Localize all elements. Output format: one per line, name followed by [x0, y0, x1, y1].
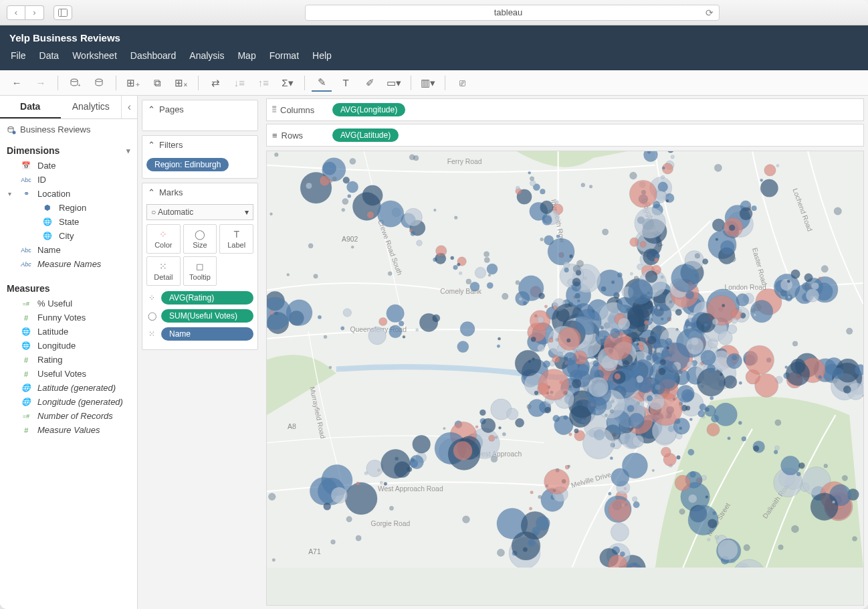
pages-card[interactable]: ⌃Pages: [142, 100, 258, 131]
browser-sidebar-toggle[interactable]: [53, 5, 72, 20]
browser-forward-button[interactable]: ›: [25, 5, 44, 20]
field-state[interactable]: 🌐State: [3, 215, 134, 229]
svg-point-1018: [669, 300, 673, 304]
reload-icon[interactable]: ⟳: [706, 7, 714, 18]
rows-pill[interactable]: AVG(Latitude): [332, 128, 399, 142]
svg-point-961: [457, 341, 469, 352]
totals-button[interactable]: Σ▾: [278, 74, 298, 92]
menu-format[interactable]: Format: [263, 48, 306, 64]
rows-shelf[interactable]: ≡Rows AVG(Latitude): [266, 124, 864, 147]
svg-point-974: [730, 256, 736, 262]
field-measure-names[interactable]: AbcMeasure Names: [3, 257, 134, 271]
redo-button[interactable]: →: [31, 74, 51, 92]
svg-point-1000: [502, 432, 506, 436]
duplicate-button[interactable]: ⧉: [147, 74, 167, 92]
marks-color-button[interactable]: ⁘Color: [146, 224, 181, 254]
clear-button[interactable]: ⊞ₓ: [171, 74, 191, 92]
svg-point-758: [832, 501, 835, 503]
menu-file[interactable]: File: [4, 48, 33, 64]
svg-point-573: [654, 240, 657, 243]
field-label: Measure Names: [37, 259, 101, 269]
expand-icon: ▾: [8, 190, 15, 197]
marks-size-button[interactable]: ◯Size: [183, 224, 217, 254]
field--useful[interactable]: =#% Useful: [3, 296, 134, 311]
mark-pill-sum-useful-votes-[interactable]: SUM(Useful Votes): [161, 309, 253, 323]
menu-analysis[interactable]: Analysis: [183, 48, 231, 64]
format-button[interactable]: ✐: [360, 74, 380, 92]
field-latitude-generated-[interactable]: 🌐Latitude (generated): [3, 381, 134, 395]
svg-point-715: [755, 373, 778, 397]
svg-point-650: [780, 278, 792, 290]
svg-point-622: [760, 179, 763, 181]
filters-card[interactable]: ⌃Filters Region: Edinburgh: [142, 135, 258, 179]
svg-point-611: [760, 179, 778, 197]
menu-dashboard[interactable]: Dashboard: [124, 48, 183, 64]
swap-button[interactable]: ⇄: [205, 74, 225, 92]
marks-label-button[interactable]: TLabel: [219, 224, 253, 254]
fit-button[interactable]: ▭▾: [384, 74, 404, 92]
sort-asc-button[interactable]: ↓≡: [229, 74, 249, 92]
field-useful-votes[interactable]: #Useful Votes: [3, 367, 134, 381]
field-longitude[interactable]: 🌐Longitude: [3, 339, 134, 353]
menu-help[interactable]: Help: [306, 48, 338, 64]
svg-point-787: [651, 375, 653, 378]
marks-tooltip-button[interactable]: ◻Tooltip: [183, 256, 217, 286]
svg-point-1001: [440, 254, 445, 258]
svg-point-989: [791, 525, 798, 533]
svg-point-536: [563, 262, 569, 268]
svg-point-979: [834, 207, 841, 215]
datasource-item[interactable]: Business Reviews: [0, 119, 137, 140]
field-rating[interactable]: #Rating: [3, 353, 134, 367]
marks-type-select[interactable]: ○ Automatic ▾: [146, 204, 253, 220]
svg-point-954: [460, 322, 475, 337]
map-view[interactable]: Ferry Road Inverleith Row Broughton Road…: [266, 151, 864, 606]
field-number-of-records[interactable]: =#Number of Records: [3, 409, 134, 423]
undo-button[interactable]: ←: [7, 74, 27, 92]
field-name[interactable]: AbcName: [3, 243, 134, 257]
svg-point-595: [647, 336, 656, 345]
browser-back-button[interactable]: ‹: [7, 5, 25, 20]
field-region[interactable]: ⬢Region: [3, 201, 134, 215]
field-label: Longitude (generated): [37, 397, 123, 407]
field-id[interactable]: AbcID: [3, 173, 134, 187]
menu-data[interactable]: Data: [33, 48, 66, 64]
show-me-button[interactable]: ▥▾: [418, 74, 438, 92]
mark-pill-name[interactable]: Name: [161, 327, 253, 341]
mark-pill-avg-rating-[interactable]: AVG(Rating): [161, 291, 253, 304]
svg-point-994: [744, 545, 750, 551]
new-datasource-button[interactable]: +: [65, 74, 85, 92]
svg-point-484: [377, 201, 404, 228]
columns-pill[interactable]: AVG(Longitude): [332, 103, 405, 116]
labels-button[interactable]: T: [336, 74, 356, 92]
svg-point-991: [846, 328, 853, 335]
marks-detail-button[interactable]: ⁙Detail: [146, 256, 181, 286]
svg-point-1011: [821, 266, 828, 272]
field-longitude-generated-[interactable]: 🌐Longitude (generated): [3, 395, 134, 409]
field-location[interactable]: ▾⚭Location: [3, 187, 134, 201]
columns-shelf[interactable]: ⦙⦙⦙Columns AVG(Longitude): [266, 98, 864, 121]
field-date[interactable]: 📅Date: [3, 159, 134, 173]
field-measure-values[interactable]: #Measure Values: [3, 423, 134, 437]
calc-icon: =#: [20, 413, 32, 420]
menu-map[interactable]: Map: [231, 48, 262, 64]
tab-analytics[interactable]: Analytics: [61, 96, 122, 118]
sort-desc-button[interactable]: ↑≡: [253, 74, 274, 92]
svg-point-2: [71, 79, 78, 82]
svg-point-456: [519, 297, 522, 300]
field-city[interactable]: 🌐City: [3, 229, 134, 243]
presentation-button[interactable]: ⎚: [452, 74, 472, 92]
collapse-data-pane-button[interactable]: ‹: [121, 96, 137, 118]
svg-point-339: [689, 418, 692, 421]
browser-url-bar[interactable]: tableau ⟳: [305, 5, 720, 21]
field-latitude[interactable]: 🌐Latitude: [3, 325, 134, 339]
pause-autoupdate-button[interactable]: [89, 74, 109, 92]
tab-data[interactable]: Data: [0, 96, 61, 118]
svg-point-709: [701, 350, 716, 365]
svg-point-970: [270, 311, 274, 315]
new-worksheet-button[interactable]: ⊞₊: [123, 74, 143, 92]
menu-worksheet[interactable]: Worksheet: [66, 48, 124, 64]
field-funny-votes[interactable]: #Funny Votes: [3, 311, 134, 325]
highlight-button[interactable]: ✎: [312, 74, 332, 92]
filter-pill-region[interactable]: Region: Edinburgh: [146, 158, 229, 171]
svg-point-792: [708, 519, 717, 528]
